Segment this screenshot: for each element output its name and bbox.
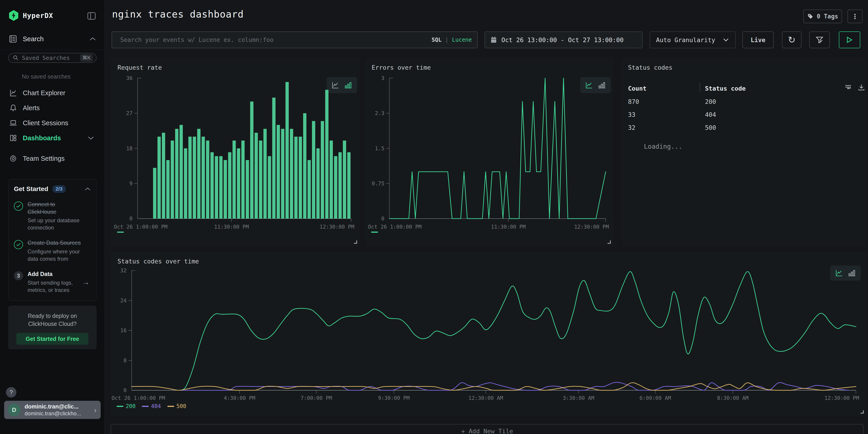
brand-name: HyperDX [23,11,53,20]
tile-resize-handle[interactable] [861,410,864,413]
sidebar-item-alerts[interactable]: Alerts [0,101,105,114]
user-email: dominic.tran@clickho... [25,410,81,417]
sidebar-item-chart-explorer[interactable]: Chart Explorer [0,87,105,99]
sidebar-item-label: Team Settings [23,155,65,162]
svg-text:Oct 26 1:00:00 PM: Oct 26 1:00:00 PM [368,224,422,230]
legend-label: 500 [177,403,186,409]
search-section-label: Search [23,35,44,43]
download-icon[interactable] [858,84,865,91]
get-started-step-1[interactable]: Connect to ClickHouse Set up your databa… [14,200,91,231]
calendar-icon [491,36,497,43]
chevron-up-icon[interactable] [89,37,96,41]
errors-chart[interactable]: 00.751.52.33Oct 26 1:00:00 PM11:30:00 PM… [365,58,613,246]
get-started-card: Get Started 2/3 Connect to ClickHouse Se… [8,179,97,301]
date-range-picker[interactable]: Oct 26 13:00:00 - Oct 27 13:00:00 [485,31,643,48]
collapse-sidebar-icon[interactable] [87,12,96,21]
get-started-free-button[interactable]: Get Started for Free [17,333,88,345]
step-desc: Start sending logs, metrics, or traces [28,279,85,294]
legend-item-404[interactable]: 404 [142,403,161,409]
chart-line-icon [9,89,17,97]
tile-resize-handle[interactable] [354,241,357,244]
mode-lucene[interactable]: Lucene [452,37,472,43]
svg-text:12:30:00 PM: 12:30:00 PM [320,224,354,230]
step-title: Connect to ClickHouse [28,200,85,215]
svg-text:8:30:00 AM: 8:30:00 AM [717,395,748,401]
chevron-up-icon[interactable] [85,187,91,191]
column-resize-handle[interactable] [700,84,700,92]
run-query-button[interactable] [839,31,860,48]
arrow-right-icon: → [82,278,90,286]
column-header-count[interactable]: Count [628,85,646,92]
dashboard-grid-icon [9,134,17,142]
laptop-icon [9,119,17,127]
svg-text:4:30:00 PM: 4:30:00 PM [224,395,255,401]
svg-text:3: 3 [381,75,384,81]
tile-title: Status codes [628,64,673,71]
granularity-select[interactable]: Auto Granularity [650,31,736,48]
svg-text:12:30:00 AM: 12:30:00 AM [468,395,503,401]
svg-text:0.75: 0.75 [372,181,384,186]
live-button[interactable]: Live [742,31,774,48]
chevron-down-icon [722,38,729,42]
promo-line-1: Ready to deploy on [8,312,97,320]
user-menu[interactable]: D dominic.tran@clic... dominic.tran@clic… [4,401,101,419]
dashboard-menu-button[interactable]: ⋮ [847,9,863,23]
cell-status-code: 200 [705,98,716,105]
tile-request-rate: Request rate 09182736Oct 26 1:00:00 PM11… [111,58,360,246]
gear-icon [9,154,17,162]
event-search-input[interactable]: Search your events w/ Lucene ex. column:… [112,31,478,48]
chart-legend: 200 404 500 [117,403,186,409]
brand[interactable]: HyperDX [9,10,53,21]
cell-count: 32 [628,124,636,131]
chevron-down-icon[interactable] [87,136,94,140]
sidebar-item-label: Alerts [23,104,40,112]
filter-button[interactable] [809,31,830,48]
svg-text:7:00:00 PM: 7:00:00 PM [301,395,332,401]
saved-searches-placeholder: Saved Searches [22,55,70,61]
svg-text:3:30:00 AM: 3:30:00 AM [563,395,594,401]
tile-status-codes-over-time: Status codes over time 08162432Oct 26 1:… [111,252,866,416]
granularity-value: Auto Granularity [656,36,715,43]
sidebar-item-team-settings[interactable]: Team Settings [0,152,105,165]
svg-text:27: 27 [126,110,132,116]
mode-separator: | [445,37,448,43]
legend-item-200[interactable]: 200 [117,403,135,409]
tag-icon [807,13,813,20]
search-placeholder: Search your events w/ Lucene ex. column:… [120,36,274,43]
legend-label: 404 [151,403,161,409]
get-started-step-3[interactable]: 3 Add Data Start sending logs, metrics, … [14,270,91,294]
status-codes-over-time-chart[interactable]: 08162432Oct 26 1:00:00 PM4:30:00 PM7:00:… [111,252,866,416]
legend-item-500[interactable]: 500 [167,403,186,409]
chart-legend [117,231,124,233]
add-new-tile-button[interactable]: + Add New Tile [111,424,864,434]
legend-dash [117,406,123,407]
sidebar-item-dashboards[interactable]: Dashboards [0,132,105,144]
svg-text:1.5: 1.5 [375,146,384,151]
table-actions [844,84,865,91]
tags-button[interactable]: 0 Tags [803,9,842,23]
user-name: dominic.tran@clic... [25,403,81,410]
sidebar-item-client-sessions[interactable]: Client Sessions [0,117,105,129]
svg-text:0: 0 [129,216,132,222]
svg-text:6:00:00 AM: 6:00:00 AM [640,395,671,401]
step-desc: Configure where your data comes from [28,248,85,262]
wrap-text-icon[interactable] [844,84,852,91]
svg-text:8: 8 [123,358,127,364]
svg-text:0: 0 [123,387,127,393]
svg-text:12:30:00 PM: 12:30:00 PM [825,395,859,401]
step-title: Add Data [28,270,85,278]
get-started-step-2[interactable]: Create Data Sources Configure where your… [14,239,91,262]
mode-sql[interactable]: SQL [432,37,441,43]
refresh-button[interactable]: ↻ [782,31,802,48]
help-button[interactable]: ? [6,387,17,398]
page-title: nginx traces dashboard [112,9,244,20]
progress-badge: 2/3 [52,185,66,193]
sidebar-section-search[interactable]: Search [9,35,96,43]
request-rate-chart[interactable]: 09182736Oct 26 1:00:00 PM11:30:00 PM12:3… [111,58,360,246]
tile-resize-handle[interactable] [608,241,611,244]
svg-text:32: 32 [120,268,127,274]
saved-searches-input[interactable]: Saved Searches ⌘K [8,53,97,63]
sidebar-divider [0,50,105,50]
legend-dash [117,231,124,233]
column-header-status-code[interactable]: Status code [705,85,746,92]
